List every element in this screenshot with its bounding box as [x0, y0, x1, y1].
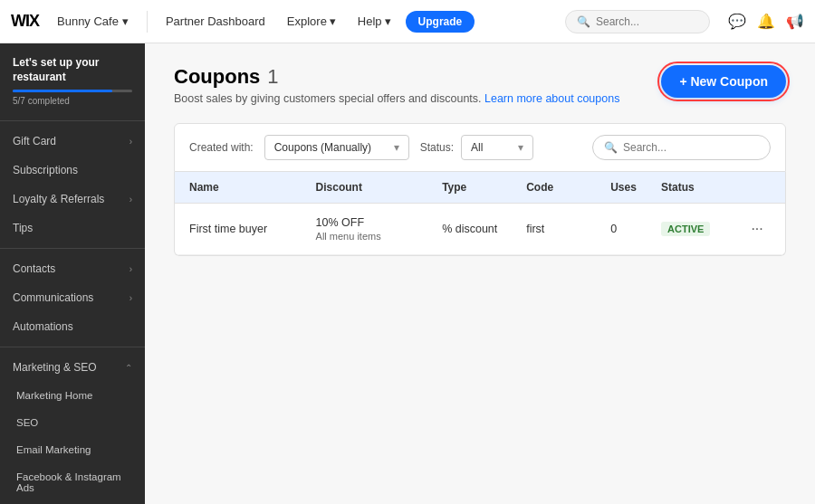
layout: Let's set up your restaurant 5/7 complet…: [0, 43, 815, 504]
search-icon: 🔍: [604, 141, 618, 154]
page-header: Coupons 1 Boost sales by giving customer…: [174, 65, 786, 105]
status-filter-group: Status: All ▾: [420, 135, 533, 160]
page-subtitle: Boost sales by giving customers special …: [174, 92, 619, 105]
cell-name: First time buyer: [189, 223, 316, 235]
sidebar-item-contacts[interactable]: Contacts ›: [0, 254, 145, 283]
sidebar-item-gift-card[interactable]: Gift Card ›: [0, 127, 145, 156]
coupon-count: 1: [267, 65, 278, 89]
sidebar: Let's set up your restaurant 5/7 complet…: [0, 43, 145, 504]
new-coupon-button[interactable]: + New Coupon: [661, 65, 786, 98]
cell-discount: 10% OFF All menu items: [316, 216, 443, 242]
progress-bar-bg: [13, 90, 132, 92]
page-title-area: Coupons 1 Boost sales by giving customer…: [174, 65, 619, 105]
col-header-name: Name: [189, 181, 316, 194]
chevron-right-icon: ›: [129, 293, 132, 303]
progress-text: 5/7 completed: [13, 96, 132, 106]
nav-search-box[interactable]: 🔍: [565, 10, 710, 33]
col-header-uses: Uses: [610, 181, 661, 194]
col-header-discount: Discount: [316, 181, 443, 194]
learn-more-link[interactable]: Learn more about coupons: [484, 92, 619, 105]
chevron-up-icon: ⌃: [125, 363, 132, 373]
progress-bar-fill: [13, 90, 112, 92]
cell-uses: 0: [610, 223, 661, 235]
chevron-down-icon: ▾: [122, 14, 129, 28]
sidebar-item-automations[interactable]: Automations: [0, 312, 145, 341]
sidebar-divider: [0, 120, 145, 121]
cell-code: first: [526, 223, 610, 235]
chevron-right-icon: ›: [129, 137, 132, 147]
sidebar-item-tips[interactable]: Tips: [0, 214, 145, 242]
coupon-search-input[interactable]: [623, 141, 759, 154]
sidebar-setup-header: Let's set up your restaurant 5/7 complet…: [0, 43, 145, 115]
col-header-code: Code: [526, 181, 610, 194]
cell-type: % discount: [442, 223, 526, 235]
nav-explore[interactable]: Explore ▾: [280, 11, 343, 32]
cell-status: ACTIVE: [661, 222, 745, 236]
chevron-down-icon: ▾: [385, 14, 391, 28]
sidebar-item-marketing-home[interactable]: Marketing Home: [0, 382, 145, 409]
nav-search-area: 🔍: [565, 10, 710, 33]
notifications-icon[interactable]: 🔔: [757, 13, 775, 30]
nav-partner-dashboard[interactable]: Partner Dashboard: [158, 11, 273, 32]
marketing-icon[interactable]: 📢: [786, 13, 804, 30]
sidebar-item-communications[interactable]: Communications ›: [0, 283, 145, 312]
nav-help[interactable]: Help ▾: [350, 11, 398, 32]
sidebar-item-facebook-ads[interactable]: Facebook & Instagram Ads: [0, 463, 145, 501]
search-icon: 🔍: [577, 15, 590, 28]
sidebar-item-email-marketing[interactable]: Email Marketing: [0, 436, 145, 463]
wix-logo: WIX: [11, 12, 39, 31]
status-select[interactable]: All ▾: [461, 135, 533, 160]
messages-icon[interactable]: 💬: [728, 13, 746, 30]
chevron-down-icon: ▾: [518, 141, 523, 154]
table-header: Name Discount Type Code Uses Status: [175, 172, 785, 204]
nav-divider: [147, 11, 148, 33]
sidebar-item-marketing-seo[interactable]: Marketing & SEO ⌃: [0, 353, 145, 382]
sidebar-item-seo[interactable]: SEO: [0, 409, 145, 436]
nav-icon-group: 💬 🔔 📢: [728, 13, 804, 30]
col-header-type: Type: [442, 181, 526, 194]
chevron-right-icon: ›: [129, 195, 132, 204]
col-header-status: Status: [661, 181, 745, 194]
chevron-down-icon: ▾: [394, 141, 399, 154]
coupon-search-box[interactable]: 🔍: [592, 135, 771, 160]
nav-search-input[interactable]: [596, 15, 698, 28]
sidebar-divider-2: [0, 248, 145, 249]
sidebar-item-subscriptions[interactable]: Subscriptions: [0, 156, 145, 185]
sidebar-item-loyalty[interactable]: Loyalty & Referrals ›: [0, 185, 145, 214]
chevron-down-icon: ▾: [330, 14, 336, 28]
main-content: Coupons 1 Boost sales by giving customer…: [145, 43, 815, 504]
sidebar-setup-title: Let's set up your restaurant: [13, 56, 132, 84]
status-badge: ACTIVE: [661, 222, 710, 236]
top-nav: WIX Bunny Cafe ▾ Partner Dashboard Explo…: [0, 0, 815, 43]
created-with-select[interactable]: Coupons (Manually) ▾: [264, 135, 409, 160]
upgrade-button[interactable]: Upgrade: [406, 11, 475, 33]
page-title: Coupons 1: [174, 65, 619, 89]
chevron-right-icon: ›: [129, 264, 132, 274]
col-header-actions: [745, 181, 771, 194]
table-row: First time buyer 10% OFF All menu items …: [175, 204, 785, 255]
coupons-table: Name Discount Type Code Uses Status Firs…: [174, 172, 786, 256]
site-name-dropdown[interactable]: Bunny Cafe ▾: [50, 11, 136, 32]
filter-bar: Created with: Coupons (Manually) ▾ Statu…: [174, 123, 786, 172]
status-label: Status:: [420, 141, 454, 154]
sidebar-divider-3: [0, 347, 145, 347]
created-with-label: Created with:: [189, 141, 254, 154]
row-more-button[interactable]: ···: [745, 217, 769, 241]
cell-actions[interactable]: ···: [745, 217, 771, 241]
